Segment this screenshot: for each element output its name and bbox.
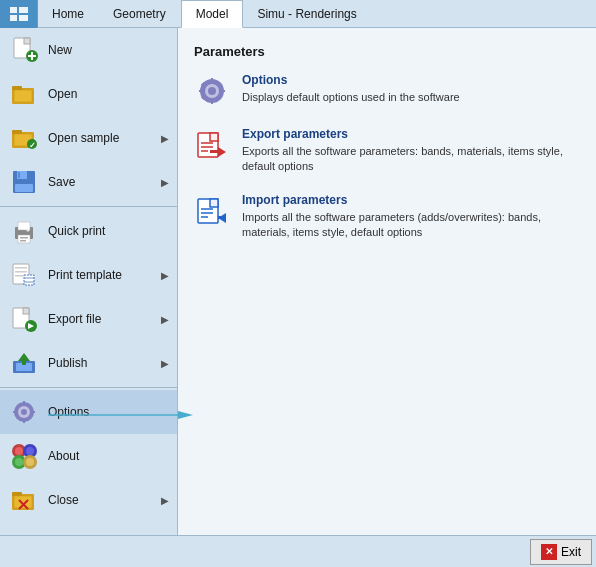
sidebar-item-close[interactable]: Close ▶ xyxy=(0,478,177,522)
sidebar-item-about-label: About xyxy=(48,449,169,463)
param-export-desc: Exports all the software parameters: ban… xyxy=(242,144,580,175)
svg-point-64 xyxy=(208,87,216,95)
about-icon xyxy=(8,440,40,472)
exit-x-icon: ✕ xyxy=(541,544,557,560)
svg-rect-47 xyxy=(13,411,17,413)
sidebar-item-open[interactable]: Open xyxy=(0,72,177,116)
exit-label: Exit xyxy=(561,545,581,559)
print-template-icon xyxy=(8,259,40,291)
options-arrow-line xyxy=(48,405,198,425)
svg-rect-2 xyxy=(10,15,17,21)
divider-2 xyxy=(0,387,177,388)
sidebar-item-export-file-label: Export file xyxy=(48,312,161,326)
svg-rect-5 xyxy=(24,38,30,44)
open-sample-icon: ✓ xyxy=(8,122,40,154)
sidebar-item-publish[interactable]: Publish ▶ xyxy=(0,341,177,385)
sidebar-item-publish-label: Publish xyxy=(48,356,161,370)
divider-1 xyxy=(0,206,177,207)
param-import-icon xyxy=(194,193,230,229)
save-icon xyxy=(8,166,40,198)
svg-point-54 xyxy=(15,458,23,466)
svg-rect-41 xyxy=(22,357,26,365)
close-arrow-icon: ▶ xyxy=(161,495,169,506)
sidebar-item-print-template-label: Print template xyxy=(48,268,161,282)
sidebar-item-save-label: Save xyxy=(48,175,161,189)
tab-home[interactable]: Home xyxy=(38,0,99,28)
param-import-content: Import parameters Imports all the softwa… xyxy=(242,193,580,241)
sidebar-item-export-file[interactable]: Export file ▶ xyxy=(0,297,177,341)
svg-rect-0 xyxy=(10,7,17,13)
svg-rect-58 xyxy=(12,492,22,496)
open-icon xyxy=(8,78,40,110)
open-sample-arrow-icon: ▶ xyxy=(161,133,169,144)
svg-marker-88 xyxy=(178,411,193,419)
publish-arrow-icon: ▶ xyxy=(161,358,169,369)
param-options-icon xyxy=(194,73,230,109)
menu-bar: Home Geometry Model Simu - Renderings xyxy=(0,0,596,28)
param-import-desc: Imports all the software parameters (add… xyxy=(242,210,580,241)
bottom-bar: ✕ Exit xyxy=(0,535,596,567)
sidebar-item-new[interactable]: New xyxy=(0,28,177,72)
panel-title: Parameters xyxy=(194,44,580,59)
param-export-title: Export parameters xyxy=(242,127,580,141)
sidebar-item-open-label: Open xyxy=(48,87,169,101)
export-file-icon xyxy=(8,303,40,335)
svg-rect-30 xyxy=(15,275,23,277)
tab-simu-renderings[interactable]: Simu - Renderings xyxy=(243,0,371,28)
svg-rect-31 xyxy=(24,275,34,285)
exit-button[interactable]: ✕ Exit xyxy=(530,539,592,565)
svg-rect-67 xyxy=(199,90,204,92)
svg-rect-28 xyxy=(15,267,27,269)
tab-model[interactable]: Model xyxy=(181,0,244,28)
svg-rect-1 xyxy=(19,7,28,13)
svg-rect-46 xyxy=(23,419,25,423)
svg-point-44 xyxy=(21,409,27,415)
svg-text:✓: ✓ xyxy=(29,141,36,150)
svg-rect-66 xyxy=(211,99,213,104)
publish-icon xyxy=(8,347,40,379)
svg-rect-81 xyxy=(210,199,218,207)
sidebar: New Open ✓ xyxy=(0,28,178,535)
print-template-arrow-icon: ▶ xyxy=(161,270,169,281)
svg-rect-48 xyxy=(31,411,35,413)
svg-rect-23 xyxy=(18,235,30,243)
param-export-content: Export parameters Exports all the softwa… xyxy=(242,127,580,175)
svg-rect-13 xyxy=(12,130,22,134)
param-export-icon xyxy=(194,127,230,163)
tab-geometry[interactable]: Geometry xyxy=(99,0,181,28)
svg-rect-24 xyxy=(20,237,28,239)
svg-rect-25 xyxy=(20,240,26,242)
param-options-title: Options xyxy=(242,73,460,87)
sidebar-item-close-label: Close xyxy=(48,493,161,507)
sidebar-item-quick-print[interactable]: Quick print xyxy=(0,209,177,253)
param-item-import: Import parameters Imports all the softwa… xyxy=(194,193,580,241)
svg-point-50 xyxy=(15,447,23,455)
param-item-options: Options Displays default options used in… xyxy=(194,73,580,109)
svg-point-52 xyxy=(26,447,34,455)
svg-rect-79 xyxy=(210,150,218,153)
svg-rect-29 xyxy=(15,271,27,273)
sidebar-item-save[interactable]: Save ▶ xyxy=(0,160,177,204)
svg-rect-20 xyxy=(15,184,33,192)
sidebar-item-open-sample[interactable]: ✓ Open sample ▶ xyxy=(0,116,177,160)
options-icon xyxy=(8,396,40,428)
close-icon xyxy=(8,484,40,516)
quick-print-icon xyxy=(8,215,40,247)
svg-rect-19 xyxy=(18,172,20,178)
svg-rect-65 xyxy=(211,78,213,83)
sidebar-item-print-template[interactable]: Print template ▶ xyxy=(0,253,177,297)
param-options-content: Options Displays default options used in… xyxy=(242,73,460,105)
svg-rect-86 xyxy=(218,216,226,219)
svg-point-26 xyxy=(27,229,30,232)
export-file-arrow-icon: ▶ xyxy=(161,314,169,325)
param-import-title: Import parameters xyxy=(242,193,580,207)
sidebar-item-about[interactable]: About xyxy=(0,434,177,478)
svg-marker-78 xyxy=(218,147,226,157)
app-icon-button[interactable] xyxy=(0,0,38,28)
parameters-panel: Parameters Options xyxy=(178,28,596,535)
svg-rect-35 xyxy=(23,308,29,314)
svg-rect-74 xyxy=(210,133,218,141)
svg-rect-10 xyxy=(12,86,22,90)
param-item-export: Export parameters Exports all the softwa… xyxy=(194,127,580,175)
svg-rect-45 xyxy=(23,401,25,405)
